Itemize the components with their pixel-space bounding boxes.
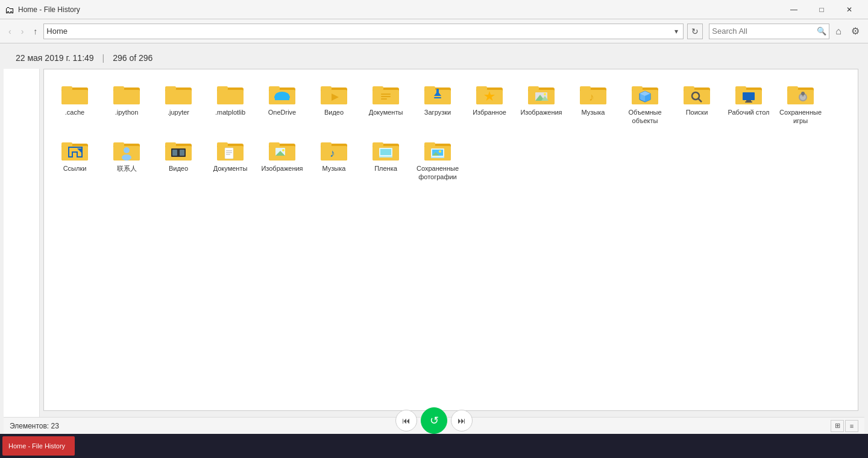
- folder-docs1[interactable]: Документы: [361, 75, 410, 129]
- folder-matplotlib[interactable]: .matplotlib: [206, 75, 255, 129]
- svg-rect-64: [735, 86, 746, 91]
- svg-point-121: [439, 150, 441, 153]
- minimize-button[interactable]: —: [780, 0, 808, 19]
- svg-rect-28: [381, 96, 391, 97]
- folder-music1-label: Музыка: [582, 108, 605, 116]
- folder-onedrive[interactable]: OneDrive: [257, 75, 307, 129]
- first-button[interactable]: ⏮: [395, 410, 417, 431]
- svg-rect-19: [275, 96, 289, 100]
- folder-jupyter[interactable]: .jupyter: [154, 75, 203, 129]
- svg-rect-93: [217, 142, 228, 147]
- svg-text:♪: ♪: [589, 91, 594, 103]
- folder-search[interactable]: Поиски: [672, 75, 722, 129]
- folder-images1-label: Изображения: [520, 108, 562, 116]
- counter-text: 296 of 296: [113, 53, 153, 63]
- search-input[interactable]: [712, 27, 817, 36]
- svg-rect-70: [787, 86, 798, 91]
- svg-rect-26: [373, 86, 383, 91]
- svg-rect-67: [745, 101, 752, 103]
- folder-ipython[interactable]: .ipython: [102, 75, 151, 129]
- folder-matplotlib-label: .matplotlib: [215, 108, 245, 116]
- svg-rect-49: [580, 86, 591, 91]
- svg-point-84: [122, 154, 131, 161]
- window-controls: — □ ✕: [780, 0, 863, 19]
- forward-button[interactable]: ›: [17, 24, 28, 39]
- home-button[interactable]: ⌂: [832, 24, 845, 39]
- folder-ipython-icon: [112, 79, 141, 108]
- svg-point-46: [544, 93, 546, 95]
- svg-rect-89: [172, 150, 177, 156]
- address-input[interactable]: [46, 27, 672, 36]
- folder-download[interactable]: Загрузки: [413, 75, 462, 129]
- folder-cache[interactable]: .cache: [50, 75, 99, 129]
- folder-links-label: Ссылки: [63, 164, 87, 173]
- restore-button[interactable]: ↺: [421, 407, 447, 434]
- folder-video1-icon: [319, 79, 348, 108]
- folder-desktop[interactable]: Рабочий стол: [724, 75, 773, 129]
- folder-music2-icon: ♪: [319, 135, 348, 164]
- up-button[interactable]: ↑: [30, 24, 41, 39]
- folder-video1[interactable]: Видео: [309, 75, 359, 129]
- svg-rect-113: [380, 149, 391, 155]
- folder-photos-label: Сохраненные фотографии: [415, 164, 460, 182]
- folder-onedrive-label: OneDrive: [268, 108, 296, 116]
- svg-rect-2: [61, 90, 88, 104]
- taskbar: Home - File History: [0, 434, 868, 458]
- folder-film-icon: [371, 135, 400, 164]
- settings-button[interactable]: ⚙: [848, 23, 863, 39]
- folder-games-label: Сохраненные игры: [778, 108, 823, 126]
- search-button[interactable]: 🔍: [817, 27, 826, 36]
- folder-favorite-label: Избранное: [473, 108, 506, 116]
- svg-rect-87: [165, 142, 176, 147]
- folder-3d[interactable]: Объемные объекты: [620, 75, 670, 129]
- folder-photos[interactable]: Сохраненные фотографии: [413, 132, 462, 185]
- folder-music2[interactable]: ♪ Музыка: [309, 132, 359, 185]
- folder-video1-label: Видео: [324, 108, 344, 116]
- svg-rect-35: [434, 97, 441, 98]
- svg-rect-11: [217, 90, 244, 104]
- title-bar: 🗂 Home - File History — □ ✕: [0, 0, 868, 19]
- folder-ipython-label: .ipython: [115, 108, 139, 116]
- svg-rect-9: [165, 86, 176, 91]
- address-dropdown-button[interactable]: ▾: [672, 27, 681, 36]
- folder-contacts[interactable]: 联系人: [102, 132, 151, 185]
- close-button[interactable]: ✕: [835, 0, 863, 19]
- svg-rect-38: [476, 86, 487, 91]
- bottom-navigation-bar: ⏮ ↺ ⏭: [0, 407, 868, 434]
- svg-rect-5: [113, 90, 140, 104]
- folder-games[interactable]: Сохраненные игры: [776, 75, 825, 129]
- folder-docs2[interactable]: Документы: [206, 132, 255, 185]
- svg-rect-97: [226, 154, 230, 155]
- folder-film[interactable]: Пленка: [361, 132, 410, 185]
- folder-images1[interactable]: Изображения: [517, 75, 566, 129]
- svg-rect-100: [269, 142, 280, 147]
- folder-links-icon: [60, 135, 89, 164]
- next-button[interactable]: ⏭: [451, 410, 473, 431]
- navigation-bar: ‹ › ↑ ▾ ↻ 🔍 ⌂ ⚙: [0, 19, 868, 43]
- address-bar: ▾: [43, 24, 684, 39]
- folder-docs2-label: Документы: [213, 164, 248, 173]
- svg-rect-76: [61, 146, 88, 161]
- folder-music1[interactable]: ♪ Музыка: [568, 75, 618, 129]
- folder-contacts-icon: [112, 135, 141, 164]
- folder-images2[interactable]: Изображения: [257, 132, 307, 185]
- svg-rect-22: [321, 86, 332, 91]
- folder-photos-icon: [423, 135, 452, 164]
- svg-rect-29: [381, 98, 387, 100]
- folder-download-label: Загрузки: [424, 108, 451, 116]
- back-button[interactable]: ‹: [5, 24, 15, 39]
- date-text: 22 мая 2019 г. 11:49: [16, 53, 94, 63]
- taskbar-item[interactable]: Home - File History: [2, 436, 75, 456]
- svg-rect-32: [424, 86, 435, 91]
- maximize-button[interactable]: □: [808, 0, 835, 19]
- folder-film-label: Пленка: [374, 164, 397, 173]
- svg-rect-59: [684, 86, 694, 91]
- folder-favorite[interactable]: Избранное: [465, 75, 514, 129]
- folder-video2[interactable]: Видео: [154, 132, 203, 185]
- svg-rect-53: [632, 86, 643, 91]
- folder-links[interactable]: Ссылки: [50, 132, 99, 185]
- file-area: .cache .ipython: [43, 69, 858, 411]
- folder-games-icon: [786, 79, 815, 108]
- app-icon: 🗂: [5, 5, 14, 14]
- refresh-button[interactable]: ↻: [687, 24, 703, 39]
